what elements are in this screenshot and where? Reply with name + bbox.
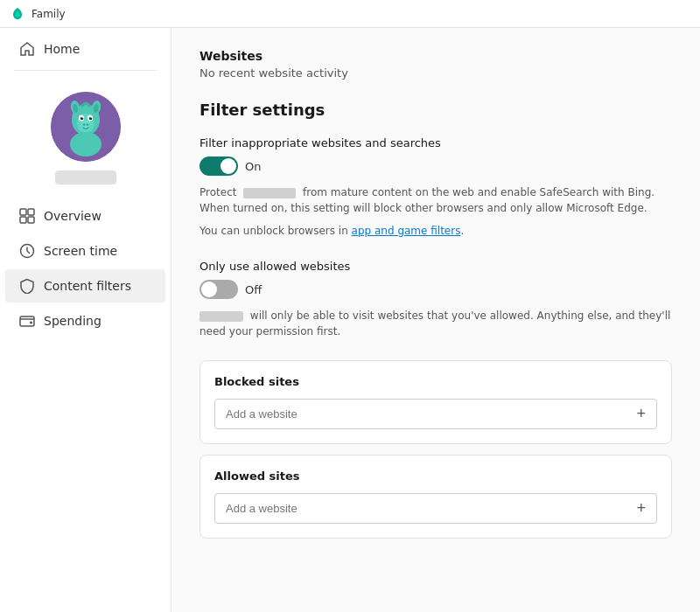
filter-inappropriate-label: Filter inappropriate websites and search… (200, 136, 672, 150)
allowed-sites-input-row: + (214, 493, 657, 524)
desc-unblock-text: You can unblock browsers in (200, 225, 348, 237)
sidebar-item-spending-label: Spending (44, 314, 102, 328)
sidebar-item-content-filters-label: Content filters (44, 279, 131, 293)
allowed-sites-box: Allowed sites + (200, 455, 672, 539)
svg-point-14 (82, 123, 85, 125)
sidebar-item-screen-time[interactable]: Screen time (5, 234, 165, 268)
user-name-placeholder (55, 170, 116, 184)
app-game-filters-link[interactable]: app and game filters (352, 225, 461, 237)
home-icon (19, 41, 35, 57)
websites-subtitle: No recent website activity (200, 66, 672, 80)
sidebar: Home (0, 28, 172, 612)
sidebar-item-overview[interactable]: Overview (5, 199, 165, 233)
overview-icon (19, 208, 35, 224)
sidebar-divider (14, 70, 157, 71)
svg-rect-19 (20, 217, 26, 223)
svg-point-13 (81, 121, 90, 128)
filter-inappropriate-toggle-row: On (200, 156, 672, 176)
svg-point-9 (80, 117, 83, 121)
profile-section (0, 74, 171, 198)
allowed-sites-title: Allowed sites (214, 469, 657, 483)
filter-inappropriate-link-desc: You can unblock browsers in app and game… (200, 223, 672, 239)
sidebar-item-spending[interactable]: Spending (5, 304, 165, 337)
filter-inappropriate-toggle[interactable] (200, 156, 238, 176)
sidebar-item-home[interactable]: Home (5, 32, 165, 66)
sidebar-item-home-label: Home (44, 42, 80, 56)
only-allowed-toggle-row: Off (200, 280, 672, 299)
blocked-add-icon: + (636, 405, 646, 423)
svg-rect-20 (28, 217, 34, 223)
svg-point-12 (90, 117, 91, 118)
sidebar-item-content-filters[interactable]: Content filters (5, 269, 165, 303)
wallet-icon (19, 313, 35, 329)
svg-rect-22 (20, 316, 34, 326)
app-container: Home (0, 28, 700, 612)
toggle-knob (220, 158, 236, 174)
blocked-sites-input[interactable] (215, 400, 626, 428)
allowed-sites-add-btn[interactable]: + (626, 494, 656, 523)
filter-inappropriate-state: On (245, 160, 261, 173)
sidebar-item-overview-label: Overview (44, 209, 102, 223)
websites-section: Websites No recent website activity (200, 49, 672, 80)
only-allowed-state: Off (245, 283, 262, 296)
clock-icon (19, 243, 35, 259)
svg-rect-17 (20, 209, 26, 215)
svg-rect-18 (28, 209, 34, 215)
filter-inappropriate-block: Filter inappropriate websites and search… (200, 136, 672, 239)
desc-redacted (243, 188, 296, 198)
blocked-sites-title: Blocked sites (214, 375, 657, 388)
shield-icon (19, 278, 35, 294)
link-period: . (460, 225, 464, 237)
avatar-image (51, 92, 121, 162)
only-allowed-label: Only use allowed websites (200, 260, 672, 273)
family-icon (10, 7, 24, 21)
allowed-add-icon: + (636, 499, 646, 518)
desc-redacted-2 (200, 311, 243, 322)
content-area: Websites No recent website activity Filt… (172, 28, 700, 612)
only-allowed-desc-text: will only be able to visit websites that… (200, 309, 670, 337)
title-bar: Family (0, 0, 700, 28)
svg-point-10 (88, 117, 92, 121)
blocked-sites-box: Blocked sites + (200, 360, 672, 444)
svg-point-23 (30, 322, 32, 324)
svg-point-15 (86, 123, 88, 125)
filter-settings-title: Filter settings (200, 101, 672, 119)
toggle-knob-2 (201, 282, 217, 297)
allowed-sites-input[interactable] (215, 495, 626, 522)
title-bar-text: Family (32, 8, 66, 20)
sidebar-item-screen-time-label: Screen time (44, 244, 117, 258)
websites-title: Websites (200, 49, 672, 63)
only-allowed-desc: will only be able to visit websites that… (200, 308, 672, 339)
filter-inappropriate-desc: Protect from mature content on the web a… (200, 184, 672, 216)
svg-point-16 (70, 132, 102, 156)
svg-point-11 (81, 117, 82, 118)
blocked-sites-add-btn[interactable]: + (626, 400, 656, 428)
only-allowed-toggle[interactable] (200, 280, 238, 299)
blocked-sites-input-row: + (214, 399, 657, 429)
avatar (51, 92, 121, 162)
only-allowed-block: Only use allowed websites Off will only … (200, 260, 672, 339)
desc-protect: Protect (200, 186, 236, 198)
